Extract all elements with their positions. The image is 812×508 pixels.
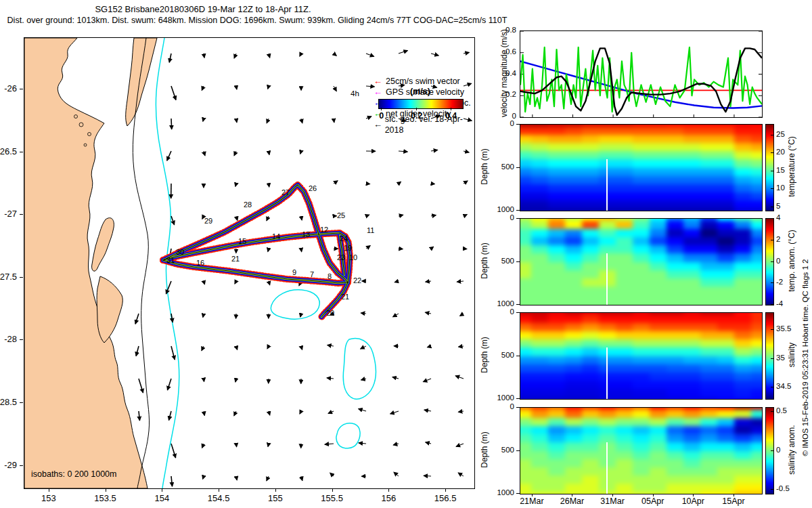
heat-cell [734, 303, 752, 305]
legend-cbar-tick-label: 0.4 [443, 111, 460, 121]
current-vector-arrow [361, 346, 366, 349]
lon-tick [445, 488, 446, 492]
current-vector-arrow [236, 86, 237, 89]
dive-number-label: 21 [231, 255, 240, 263]
dive-number-label: 26 [309, 184, 317, 192]
depth-tick-label: 500 [493, 446, 514, 454]
colorbar-tick [771, 135, 773, 135]
lat-tick [20, 152, 23, 152]
heat-cell [751, 492, 763, 494]
time-tick-label: 31Mar [595, 496, 629, 506]
depth-tick-label: 1000 [493, 488, 514, 496]
colorbar-tick-label: 20 [776, 148, 785, 156]
dive-number-label: 10 [349, 253, 357, 261]
heat-cell [717, 492, 736, 494]
current-vector-arrow [267, 346, 269, 349]
current-vector-arrow [202, 346, 204, 351]
current-vector-arrow [269, 151, 269, 155]
heat-cell [616, 209, 634, 211]
current-vector-arrow [457, 281, 464, 282]
dive-number-label: 28 [244, 200, 252, 209]
land-polygon [126, 38, 157, 126]
temperature-depth-axis-label: Depth (m) [480, 148, 489, 184]
heat-cell [667, 303, 685, 305]
current-vector-arrow [204, 151, 205, 156]
time-tick-label: 21Mar [515, 496, 549, 506]
depth-tick [516, 167, 520, 168]
lon-tick [388, 488, 389, 492]
lat-tick-label: -27 [0, 209, 17, 219]
heat-cell [667, 492, 685, 494]
heat-cell [734, 209, 752, 211]
vel-ytick-label: 0.8 [497, 26, 516, 34]
heat-cell [667, 397, 685, 400]
colorbar-tick-label: 0.5 [776, 406, 787, 415]
current-vector-arrow [136, 346, 139, 356]
current-vector-arrow [234, 54, 236, 58]
isobath-1000m-closed [343, 339, 376, 400]
current-vector-arrow [204, 411, 204, 416]
current-vector-arrow [301, 216, 302, 220]
legend-item-label: sfc. geo. vel. 18-Apr-2018 [385, 114, 474, 135]
data-gap-stripe [606, 159, 608, 211]
heat-cell [667, 209, 685, 211]
salinity-colorbar-label: salinity [787, 343, 796, 368]
colorbar-tick-label: 10 [776, 184, 785, 192]
current-vector-arrow [236, 119, 237, 123]
colorbar-tick [771, 240, 773, 240]
current-vector-arrow [171, 444, 176, 458]
heat-cell [700, 209, 719, 211]
lat-tick [20, 277, 23, 278]
colorbar-tick-label: 0 [776, 446, 780, 454]
legend-units-label: (m/s) [378, 87, 462, 96]
temp-anomaly-colorbar [765, 218, 774, 305]
data-gap-stripe [606, 442, 608, 494]
colorbar-tick [771, 188, 773, 189]
heat-cell [531, 397, 549, 400]
heat-cell [700, 492, 719, 494]
colorbar-tick [771, 411, 773, 412]
colorbar-tick [771, 171, 773, 171]
current-vector-arrow [139, 411, 139, 421]
current-vector-arrow [431, 184, 435, 184]
current-vector-arrow [328, 345, 334, 346]
dive-number-label: 12 [320, 226, 328, 234]
dive-number-label: 20 [326, 309, 334, 317]
colorbar-tick-label: -4 [776, 299, 783, 308]
current-vector-arrow [267, 476, 269, 481]
depth-tick-label: 0 [493, 213, 514, 221]
dive-number-label: 13 [302, 230, 310, 238]
colorbar-tick-label: 4 [776, 213, 780, 221]
current-vector-arrow [234, 151, 236, 156]
current-vector-arrow [267, 216, 269, 221]
lat-tick-label: -29 [0, 460, 17, 470]
dive-number-label: 11 [367, 226, 374, 234]
isobath-1000m-closed [271, 290, 319, 319]
isobath-1000m-closed [336, 423, 360, 448]
current-vector-arrow [426, 281, 431, 282]
legend-cbar-tick [451, 108, 451, 110]
current-vector-arrow [203, 476, 204, 479]
current-vector-arrow [366, 215, 369, 216]
current-vector-arrow [361, 313, 366, 314]
current-vector-arrow [300, 411, 301, 414]
depth-tick [516, 218, 520, 219]
heat-cell [751, 397, 763, 400]
current-vector-arrow [267, 119, 269, 123]
depth-tick [516, 450, 520, 451]
current-vector-arrow [399, 51, 408, 54]
heat-cell [683, 397, 702, 400]
islet [88, 133, 91, 136]
heat-cell [734, 397, 752, 400]
dive-number-label: 24 [340, 234, 348, 242]
current-vector-arrow [171, 119, 172, 129]
heat-cell [650, 209, 668, 211]
legend-cbar-tick-label: 0.2 [408, 111, 426, 121]
current-vector-arrow [334, 119, 334, 123]
current-vector-arrow [431, 215, 436, 216]
current-vector-arrow [202, 216, 204, 219]
lat-tick [20, 402, 23, 403]
current-vector-arrow [301, 346, 302, 350]
depth-tick [516, 304, 520, 305]
current-vector-arrow [431, 150, 438, 151]
